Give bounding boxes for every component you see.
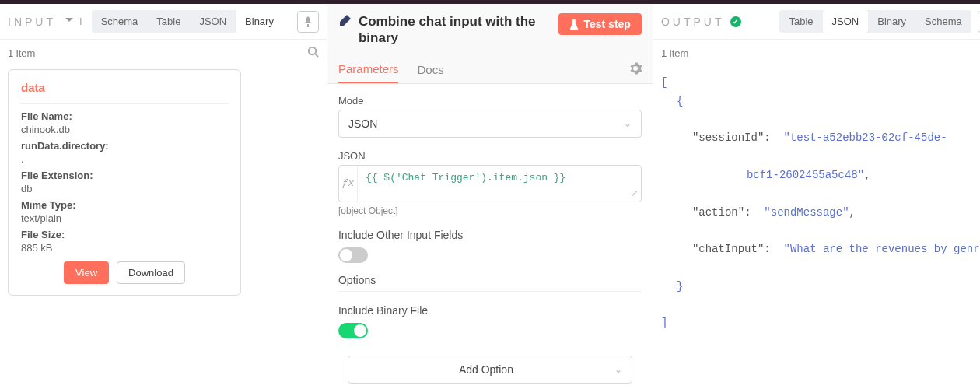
input-item-count: 1 item [8,47,35,59]
chevron-down-icon: ⌄ [614,364,622,375]
file-name-value: chinook.db [21,124,228,135]
add-option-label: Add Option [358,363,614,376]
file-ext-label: File Extension: [21,170,228,181]
edit-icon [338,15,351,30]
json-expression-box[interactable]: ƒx {{ $('Chat Trigger').item.json }} ⤢ [338,165,642,202]
json-result-text: [object Object] [338,205,642,216]
node-title: Combine chat input with the binary [359,13,551,47]
card-title: data [21,81,228,94]
pin-input-button[interactable] [297,11,319,33]
tab-out-schema[interactable]: Schema [915,10,971,33]
svg-point-0 [309,47,316,54]
download-button[interactable]: Download [117,261,185,284]
tab-out-binary[interactable]: Binary [868,10,915,33]
output-json-panel: [ { "sessionId": "test-a52ebb23-02cf-45d… [653,66,980,389]
expand-icon[interactable]: ⤢ [631,188,638,198]
input-item-row: 1 item [0,40,327,66]
flask-icon [569,19,579,30]
gear-icon[interactable] [629,62,642,77]
pin-icon [303,16,313,27]
input-header: INPUT I Schema Table JSON Binary [0,4,327,40]
output-header: OUTPUT Table JSON Binary Schema [653,4,980,40]
include-binary-toggle[interactable] [338,323,368,338]
tab-out-json[interactable]: JSON [823,10,869,33]
center-tabs: Parameters Docs [327,51,653,84]
tab-parameters[interactable]: Parameters [338,56,399,83]
include-other-toggle[interactable] [338,247,368,263]
search-icon[interactable] [307,46,319,60]
tab-schema[interactable]: Schema [92,10,148,33]
include-binary-label: Include Binary File [338,304,642,317]
input-label: INPUT [8,16,56,28]
mode-label: Mode [338,95,642,107]
svg-line-1 [315,54,318,57]
tab-json[interactable]: JSON [190,10,236,33]
input-source-dropdown[interactable] [65,18,73,26]
input-tabs: Schema Table JSON Binary [92,10,283,33]
test-step-button[interactable]: Test step [558,13,641,35]
size-label: File Size: [21,229,228,240]
binary-data-card: data File Name: chinook.db runData.direc… [8,69,241,296]
success-icon [730,16,741,27]
file-ext-value: db [21,183,228,194]
fx-icon: ƒx [339,166,358,202]
output-tabs: Table JSON Binary Schema [779,10,971,33]
test-step-label: Test step [583,18,630,30]
tab-table[interactable]: Table [147,10,190,33]
tab-binary[interactable]: Binary [236,10,283,33]
node-header: Combine chat input with the binary Test … [327,4,653,51]
tab-docs[interactable]: Docs [417,57,443,82]
size-value: 885 kB [21,242,228,254]
mime-value: text/plain [21,212,228,224]
mime-label: Mime Type: [21,199,228,211]
output-item-count: 1 item [661,47,688,59]
options-heading: Options [338,274,642,286]
file-name-label: File Name: [21,110,228,122]
chevron-down-icon: ⌄ [624,118,632,129]
mode-value: JSON [348,117,377,130]
include-other-label: Include Other Input Fields [338,229,642,241]
json-label: JSON [338,150,642,162]
tab-out-table[interactable]: Table [779,10,822,33]
json-expression-text: {{ $('Chat Trigger').item.json }} [358,166,641,202]
output-item-row: 1 item [653,40,980,66]
rundata-dir-label: runData.directory: [21,140,228,152]
mode-select[interactable]: JSON ⌄ [338,110,642,138]
rundata-dir-value: . [21,153,228,165]
add-option-select[interactable]: Add Option ⌄ [348,356,632,384]
output-label: OUTPUT [661,16,725,28]
view-button[interactable]: View [64,261,109,284]
